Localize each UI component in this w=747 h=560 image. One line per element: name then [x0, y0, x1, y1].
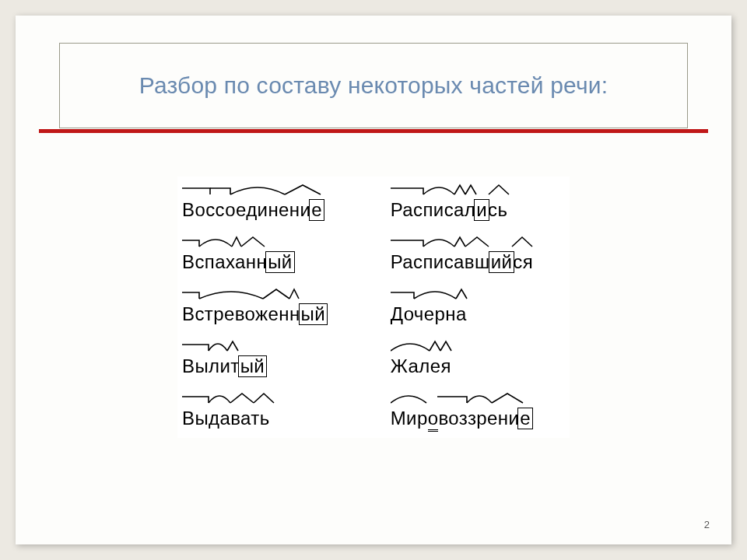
title-box: Разбор по составу некоторых частей речи:	[59, 43, 688, 128]
word-cell: Воссоединение	[177, 177, 386, 229]
morpheme-marks	[391, 288, 546, 305]
word-text: Вспаханный	[182, 251, 293, 273]
word-cell: Встревоженный	[177, 281, 386, 333]
word-text: Воссоединение	[182, 199, 323, 221]
word-cell: Расписавшийся	[386, 229, 570, 281]
word-text: Мировоззрение	[391, 408, 531, 429]
word-cell: Выдавать	[177, 385, 386, 437]
word-text: Дочерна	[391, 303, 467, 325]
word-cell: Расписались	[386, 177, 570, 229]
slide: Разбор по составу некоторых частей речи:…	[16, 16, 731, 544]
word-text: Жалея	[391, 355, 451, 377]
word-cell: Дочерна	[386, 281, 570, 333]
word-text: Расписались	[391, 199, 508, 221]
word-text: Встревоженный	[182, 303, 326, 325]
morpheme-marks	[182, 392, 338, 409]
word-text: Расписавшийся	[391, 251, 533, 273]
morpheme-table: Воссоединение Расписались Вспаханный Рас…	[177, 177, 570, 438]
word-cell: Жалея	[386, 333, 570, 385]
word-cell: Вылитый	[177, 333, 386, 385]
word-text: Выдавать	[182, 408, 270, 429]
word-cell: Мировоззрение	[386, 385, 570, 437]
page-number: 2	[704, 519, 710, 530]
word-cell: Вспаханный	[177, 229, 386, 281]
morpheme-marks	[391, 340, 546, 357]
word-text: Вылитый	[182, 355, 265, 377]
divider	[39, 129, 708, 133]
slide-title: Разбор по составу некоторых частей речи:	[139, 72, 608, 99]
morpheme-diagram: Воссоединение Расписались Вспаханный Рас…	[177, 177, 570, 438]
